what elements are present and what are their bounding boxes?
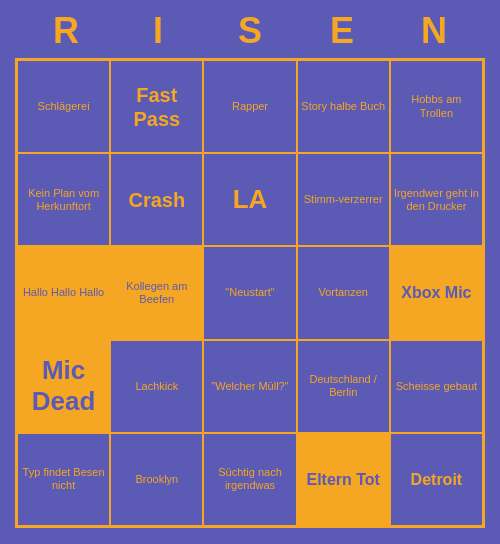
bingo-cell-0: Schlägerei <box>17 60 110 153</box>
bingo-grid: SchlägereiFast PassRapperStory halbe Buc… <box>15 58 485 528</box>
bingo-cell-4: Hobbs am Trollen <box>390 60 483 153</box>
bingo-cell-9: Irgendwer geht in den Drucker <box>390 153 483 246</box>
bingo-header: RISEN <box>20 0 480 58</box>
bingo-cell-15: Mic Dead <box>17 340 110 433</box>
bingo-cell-13: Vortanzen <box>297 246 390 339</box>
header-letter-S: S <box>208 10 292 52</box>
bingo-cell-24: Detroit <box>390 433 483 526</box>
bingo-cell-7: LA <box>203 153 296 246</box>
header-letter-N: N <box>392 10 476 52</box>
bingo-cell-12: "Neustart" <box>203 246 296 339</box>
bingo-cell-19: Scheisse gebaut <box>390 340 483 433</box>
bingo-cell-14: Xbox Mic <box>390 246 483 339</box>
bingo-cell-6: Crash <box>110 153 203 246</box>
bingo-cell-3: Story halbe Buch <box>297 60 390 153</box>
bingo-cell-21: Brooklyn <box>110 433 203 526</box>
bingo-cell-11: Kollegen am Beefen <box>110 246 203 339</box>
bingo-cell-20: Typ findet Besen nicht <box>17 433 110 526</box>
bingo-cell-22: Süchtig nach irgendwas <box>203 433 296 526</box>
header-letter-E: E <box>300 10 384 52</box>
bingo-cell-16: Lachkick <box>110 340 203 433</box>
header-letter-I: I <box>116 10 200 52</box>
bingo-cell-17: "Welcher Müll?" <box>203 340 296 433</box>
header-letter-R: R <box>24 10 108 52</box>
bingo-cell-18: Deutschland / Berlin <box>297 340 390 433</box>
bingo-cell-1: Fast Pass <box>110 60 203 153</box>
bingo-cell-5: Kein Plan vom Herkunftort <box>17 153 110 246</box>
bingo-cell-10: Hallo Hallo Hallo <box>17 246 110 339</box>
bingo-cell-2: Rapper <box>203 60 296 153</box>
bingo-cell-23: Eltern Tot <box>297 433 390 526</box>
bingo-cell-8: Stimm-verzerrer <box>297 153 390 246</box>
